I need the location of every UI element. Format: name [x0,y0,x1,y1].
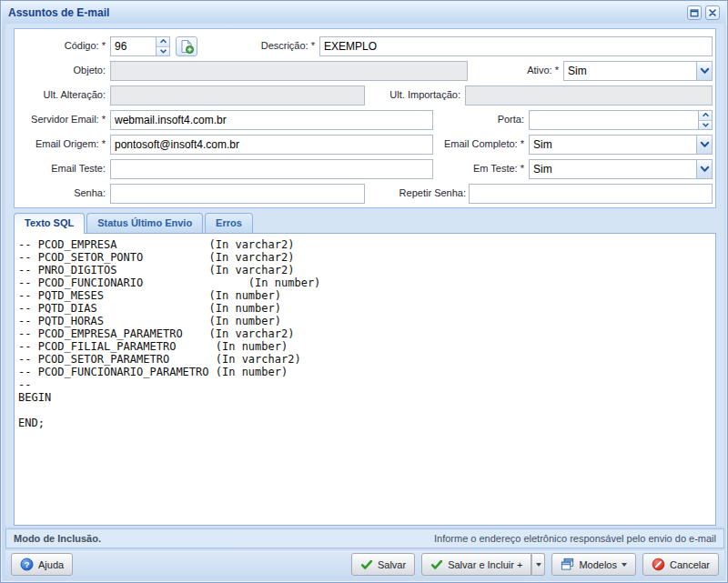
porta-label: Porta: [433,110,524,130]
em-teste-trigger[interactable] [696,160,712,178]
ult-alteracao-label: Ult. Alteração: [15,85,106,106]
status-mode-text: Modo de Inclusão. [14,533,101,544]
close-icon [707,7,718,18]
ult-importacao-label: Ult. Importação: [369,85,460,106]
porta-input[interactable] [530,111,698,129]
window-titlebar[interactable]: Assuntos de E-mail [2,2,726,24]
cancel-icon [652,558,665,571]
status-bar: Modo de Inclusão. Informe o endereço ele… [5,528,724,548]
ativo-trigger[interactable] [696,62,712,80]
spinner-up-button[interactable] [157,37,169,46]
menu-down-icon [622,563,627,567]
salvar-incluir-menu-button[interactable] [531,553,545,576]
email-completo-input[interactable] [530,136,696,154]
salvar-incluir-label: Salvar e Incluir + [448,559,522,570]
chevron-down-icon [700,67,710,75]
salvar-incluir-splitbutton: Salvar e Incluir + [421,553,545,576]
codigo-field[interactable] [110,36,170,56]
add-record-button[interactable] [176,36,197,56]
add-document-icon [179,39,194,54]
window-title: Assuntos de E-mail [8,6,683,19]
tab-strip: Texto SQL Status Último Envio Erros [14,213,253,234]
ajuda-button[interactable]: ? Ajuda [11,553,73,576]
form-panel: Código: * Descrição: * Objeto: [14,28,716,208]
ajuda-label: Ajuda [38,559,64,570]
svg-text:?: ? [25,560,30,569]
windows-copy-icon [561,558,574,571]
codigo-input[interactable] [111,37,156,55]
check-icon [360,558,373,571]
descricao-input[interactable] [319,36,713,56]
email-teste-label: Email Teste: [15,159,106,179]
spinner-down-button[interactable] [157,46,169,56]
status-hint-text: Informe o endereço eletrônico responsáve… [434,533,716,544]
codigo-spinner[interactable] [156,37,169,55]
porta-field[interactable] [529,110,713,130]
salvar-label: Salvar [378,559,406,570]
spinner-down-icon [702,123,710,127]
descricao-label: Descrição: * [224,36,315,56]
repetir-senha-label: Repetir Senha: [375,184,466,204]
sql-editor-panel[interactable]: -- PCOD_EMPRESA (In varchar2) -- PCOD_SE… [14,233,716,526]
spinner-up-button[interactable] [699,111,712,120]
email-origem-input[interactable] [110,135,433,155]
ativo-label: Ativo: * [468,61,559,81]
servidor-email-input[interactable] [110,110,433,130]
email-teste-input[interactable] [110,159,433,179]
repetir-senha-input[interactable] [469,184,713,204]
sql-text[interactable]: -- PCOD_EMPRESA (In varchar2) -- PCOD_SE… [15,234,715,434]
tab-texto-sql[interactable]: Texto SQL [14,213,85,234]
objeto-label: Objeto: [15,61,106,81]
email-completo-trigger[interactable] [696,136,712,154]
restore-icon [689,7,700,18]
tab-status-ultimo-envio[interactable]: Status Último Envio [86,213,203,233]
chevron-down-icon [700,141,710,148]
restore-button[interactable] [687,5,702,20]
cancelar-button[interactable]: Cancelar [642,553,719,576]
salvar-incluir-button[interactable]: Salvar e Incluir + [421,553,531,576]
spinner-down-button[interactable] [699,120,712,130]
porta-spinner[interactable] [698,111,712,129]
spinner-up-icon [159,39,167,44]
tab-erros[interactable]: Erros [205,213,253,233]
button-bar: ? Ajuda Salvar Salvar e Incluir + [5,550,724,578]
em-teste-combo[interactable] [529,159,713,179]
help-circle-icon: ? [20,558,34,571]
senha-input[interactable] [110,184,365,204]
servidor-email-label: Servidor Email: * [15,110,106,130]
close-button[interactable] [705,5,720,20]
dialog-window: Assuntos de E-mail Código: * [0,0,728,583]
email-completo-label: Email Completo: * [433,135,524,155]
modelos-button[interactable]: Modelos [551,553,636,576]
salvar-button[interactable]: Salvar [351,553,415,576]
spinner-down-icon [159,49,167,54]
ativo-combo[interactable] [563,61,713,81]
ult-importacao-input [465,85,713,106]
em-teste-input[interactable] [530,160,696,178]
ult-alteracao-input [110,85,365,106]
modelos-label: Modelos [579,559,617,570]
chevron-down-icon [700,166,710,173]
email-completo-combo[interactable] [529,135,713,155]
email-origem-label: Email Origem: * [15,135,106,155]
cancelar-label: Cancelar [670,559,710,570]
objeto-input [110,61,468,81]
spinner-up-icon [702,113,710,117]
senha-label: Senha: [15,184,106,204]
check-icon [430,558,443,571]
codigo-label: Código: * [15,36,106,56]
ativo-input[interactable] [564,62,696,80]
menu-down-icon [536,563,541,567]
em-teste-label: Em Teste: * [433,159,524,179]
